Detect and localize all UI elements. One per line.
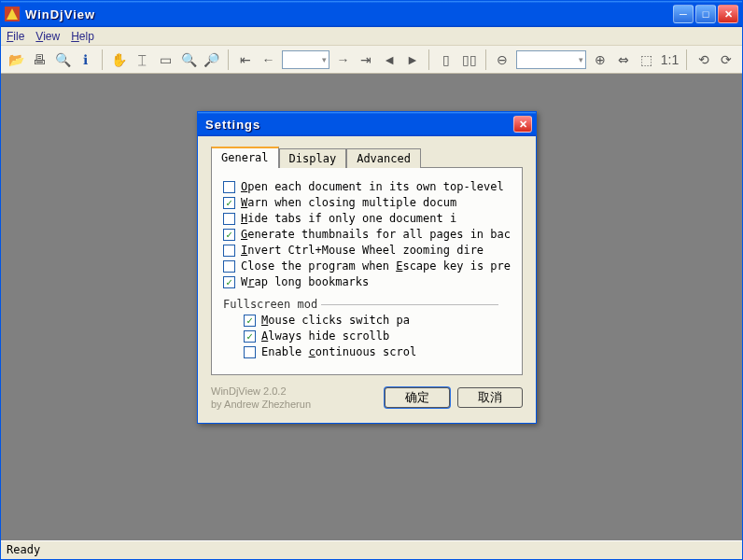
zoom-select[interactable] <box>516 50 587 69</box>
marquee-icon: ▭ <box>156 49 175 70</box>
fullscreen-group-label: Fullscreen mod <box>223 298 511 311</box>
zoom-tool-icon: 🔍 <box>179 49 199 70</box>
fit-page-icon: ⬚ <box>637 49 656 70</box>
print-icon: 🖶 <box>30 49 49 70</box>
checkbox[interactable] <box>223 276 235 288</box>
option-open-own-window[interactable]: Open each document in its own top-level … <box>223 180 511 193</box>
option-warn-closing[interactable]: Warn when closing multiple docum <box>223 196 511 209</box>
zoom-out-icon: ⊖ <box>493 49 512 70</box>
tab-display[interactable]: Display <box>279 148 347 168</box>
menu-view[interactable]: View <box>35 30 60 43</box>
single-page-icon: ▯ <box>436 49 456 70</box>
dialog-close-button[interactable]: ✕ <box>513 116 532 133</box>
dialog-titlebar: Settings ✕ <box>198 112 536 136</box>
checkbox[interactable] <box>223 260 235 273</box>
info-icon[interactable]: ℹ <box>76 49 95 70</box>
option-label: Close the program when Escape key is pre <box>241 259 511 273</box>
last-page-icon: ⇥ <box>357 49 376 70</box>
prev-page-icon: ← <box>259 49 278 70</box>
workspace: Settings ✕ General Display Advanced Open… <box>1 74 742 540</box>
open-icon[interactable]: 📂 <box>7 49 26 70</box>
checkbox[interactable] <box>223 213 235 225</box>
option-label: Enable continuous scrol <box>261 345 416 358</box>
dialog-footer: WinDjView 2.0.2 by Andrew Zhezherun 确定 取… <box>198 379 536 423</box>
cancel-button[interactable]: 取消 <box>457 387 523 408</box>
first-page-icon: ⇤ <box>235 49 255 70</box>
nav-fwd-icon: ► <box>403 49 423 70</box>
actual-size-icon: 1:1 <box>660 49 680 70</box>
credits-line2: by Andrew Zhezherun <box>211 398 377 411</box>
status-text: Ready <box>7 543 40 556</box>
rotate-left-icon: ⟲ <box>694 49 713 70</box>
separator <box>485 49 486 70</box>
separator <box>102 49 103 70</box>
facing-pages-icon: ▯▯ <box>459 49 479 70</box>
checkbox[interactable] <box>223 197 235 209</box>
option-close-on-escape[interactable]: Close the program when Escape key is pre <box>223 259 511 273</box>
fit-width-icon: ⇔ <box>613 49 633 70</box>
separator <box>428 49 429 70</box>
checkbox[interactable] <box>223 245 235 257</box>
main-window: WinDjView ─ □ ✕ File View Help 📂 🖶 🔍 ℹ ✋… <box>0 0 743 560</box>
separator <box>686 49 687 70</box>
hand-tool-icon: ✋ <box>109 49 129 70</box>
option-hide-tabs[interactable]: Hide tabs if only one document i <box>223 212 511 225</box>
credits-line1: WinDjView 2.0.2 <box>211 385 377 398</box>
menu-file[interactable]: File <box>7 30 24 43</box>
checkbox[interactable] <box>223 181 235 193</box>
minimize-button[interactable]: ─ <box>673 5 694 23</box>
option-label: Generate thumbnails for all pages in bac… <box>241 228 511 241</box>
option-label: Mouse clicks switch pa <box>261 314 410 327</box>
option-label: Invert Ctrl+Mouse Wheel zooming dire <box>241 244 484 257</box>
option-label: Wrap long bookmarks <box>241 275 369 288</box>
page-select[interactable] <box>282 50 329 69</box>
checkbox[interactable] <box>244 346 256 358</box>
option-label: Hide tabs if only one document i <box>241 212 456 225</box>
main-titlebar: WinDjView ─ □ ✕ <box>1 1 742 27</box>
close-button[interactable]: ✕ <box>718 5 738 23</box>
select-tool-icon: ⌶ <box>133 49 152 70</box>
tab-advanced[interactable]: Advanced <box>346 148 421 168</box>
zoom-in-icon: ⊕ <box>590 49 610 70</box>
tab-general[interactable]: General <box>211 147 279 168</box>
ok-button[interactable]: 确定 <box>385 387 450 408</box>
option-invert-wheel[interactable]: Invert Ctrl+Mouse Wheel zooming dire <box>223 244 511 257</box>
option-label: Always hide scrollb <box>261 329 389 343</box>
credits: WinDjView 2.0.2 by Andrew Zhezherun <box>211 385 377 412</box>
tab-panel-general: Open each document in its own top-level … <box>211 167 523 375</box>
option-label: Open each document in its own top-level … <box>241 180 511 193</box>
rotate-right-icon: ⟳ <box>717 49 736 70</box>
checkbox[interactable] <box>244 315 256 327</box>
option-label: Warn when closing multiple docum <box>241 196 456 209</box>
find-icon[interactable]: 🔍 <box>53 49 73 70</box>
checkbox[interactable] <box>223 229 235 241</box>
toolbar: 📂 🖶 🔍 ℹ ✋ ⌶ ▭ 🔍 🔎 ⇤ ← → ⇥ ◄ ► ▯ ▯▯ ⊖ ⊕ ⇔… <box>1 46 742 74</box>
option-hide-scrollbars[interactable]: Always hide scrollb <box>244 329 511 343</box>
next-page-icon: → <box>333 49 353 70</box>
option-mouse-switch-page[interactable]: Mouse clicks switch pa <box>244 314 511 327</box>
menubar: File View Help <box>1 27 742 46</box>
dialog-title: Settings <box>205 118 513 132</box>
option-generate-thumbnails[interactable]: Generate thumbnails for all pages in bac… <box>223 228 511 241</box>
dialog-body: General Display Advanced Open each docum… <box>198 136 536 379</box>
app-icon <box>5 7 20 21</box>
checkbox[interactable] <box>244 330 256 343</box>
option-wrap-bookmarks[interactable]: Wrap long bookmarks <box>223 275 511 288</box>
zoom-region-icon: 🔎 <box>203 49 222 70</box>
dialog-tabs: General Display Advanced <box>211 146 523 167</box>
maximize-button[interactable]: □ <box>695 5 716 23</box>
option-continuous-scroll[interactable]: Enable continuous scrol <box>244 345 511 358</box>
nav-back-icon: ◄ <box>380 49 400 70</box>
settings-dialog: Settings ✕ General Display Advanced Open… <box>197 111 537 424</box>
app-title: WinDjView <box>25 7 671 21</box>
statusbar: Ready <box>1 540 742 559</box>
fullscreen-group: Fullscreen mod Mouse clicks switch pa Al… <box>223 298 511 358</box>
menu-help[interactable]: Help <box>71 30 94 43</box>
separator <box>228 49 229 70</box>
